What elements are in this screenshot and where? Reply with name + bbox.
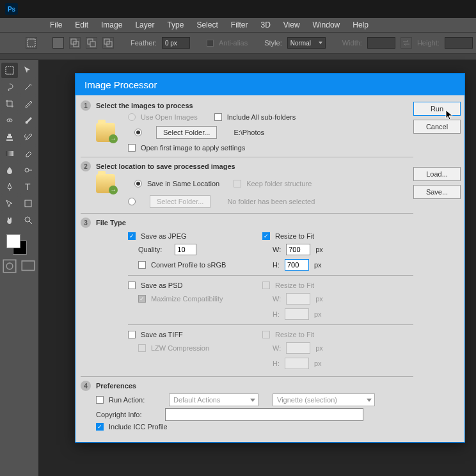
step-4-badge: 4 [81, 381, 91, 391]
load-button[interactable]: Load... [413, 167, 461, 181]
action-select: Vignette (selection) [273, 393, 375, 406]
run-action-checkbox[interactable] [96, 396, 104, 404]
jpeg-w-input[interactable] [286, 244, 310, 255]
icc-checkbox[interactable] [96, 423, 104, 431]
keep-structure-checkbox [234, 180, 241, 187]
lzw-label: LZW Compression [151, 344, 209, 352]
cancel-button[interactable]: Cancel [413, 120, 461, 134]
svg-rect-10 [6, 151, 13, 156]
feather-input[interactable]: 0 px [162, 37, 190, 49]
move-tool-icon[interactable] [20, 63, 36, 78]
quickmask-icon[interactable] [1, 258, 18, 274]
selection-subtract-icon[interactable] [86, 37, 97, 49]
copyright-input[interactable] [165, 408, 363, 421]
eraser-tool-icon[interactable] [20, 146, 36, 161]
menu-layer[interactable]: Layer [129, 20, 161, 29]
antialias-checkbox [207, 40, 214, 47]
save-psd-checkbox[interactable] [128, 282, 136, 289]
same-location-radio[interactable] [134, 180, 142, 187]
select-folder-button[interactable]: Select Folder... [156, 126, 217, 139]
quality-input[interactable] [175, 244, 196, 255]
menu-image[interactable]: Image [95, 20, 129, 29]
dodge-tool-icon[interactable] [20, 163, 36, 178]
save-button[interactable]: Save... [413, 185, 461, 199]
select-dest-radio[interactable] [128, 198, 136, 205]
save-jpeg-label: Save as JPEG [141, 232, 187, 240]
jpeg-resize-checkbox[interactable] [262, 232, 270, 240]
include-subfolders-label: Include All sub-folders [227, 113, 296, 121]
tiff-w-label: W: [273, 344, 281, 352]
copyright-label: Copyright Info: [96, 411, 160, 418]
selection-intersect-icon[interactable] [102, 37, 114, 49]
brush-tool-icon[interactable] [20, 113, 36, 128]
lasso-tool-icon[interactable] [1, 79, 18, 95]
svg-rect-13 [25, 200, 31, 207]
px-label: px [315, 344, 323, 352]
jpeg-h-label: H: [273, 261, 280, 269]
type-tool-icon[interactable]: T [20, 179, 36, 194]
run-button[interactable]: Run [413, 102, 461, 116]
hand-tool-icon[interactable] [1, 212, 18, 228]
save-tiff-checkbox[interactable] [128, 331, 136, 338]
use-open-images-label: Use Open Images [141, 113, 198, 121]
history-brush-icon[interactable] [20, 129, 36, 145]
keep-structure-label: Keep folder structure [246, 180, 312, 187]
pen-tool-icon[interactable] [1, 179, 18, 194]
no-folder-label: No folder has been selected [227, 198, 315, 205]
menu-select[interactable]: Select [190, 20, 224, 29]
svg-text:T: T [25, 182, 31, 192]
marquee-tool-icon[interactable] [26, 37, 37, 49]
stamp-tool-icon[interactable] [1, 129, 18, 145]
crop-tool-icon[interactable] [1, 96, 18, 111]
tab-strip [0, 54, 476, 60]
app-logo: Ps [5, 3, 18, 15]
open-first-checkbox[interactable] [128, 144, 136, 152]
gradient-tool-icon[interactable] [1, 146, 18, 161]
zoom-tool-icon[interactable] [20, 212, 36, 228]
include-subfolders-checkbox[interactable] [214, 113, 222, 121]
svg-rect-7 [6, 67, 13, 74]
same-location-label: Save in Same Location [147, 180, 219, 187]
jpeg-h-input[interactable] [285, 259, 309, 271]
step-3-badge: 3 [81, 218, 91, 228]
menu-view[interactable]: View [277, 20, 306, 29]
menu-file[interactable]: File [44, 20, 68, 29]
color-swatches[interactable] [1, 232, 37, 257]
menu-help[interactable]: Help [346, 20, 375, 29]
shape-tool-icon[interactable] [20, 196, 36, 211]
save-tiff-label: Save as TIFF [141, 331, 183, 338]
canvas-area: Image Processor 1Select the images to pr… [38, 60, 476, 476]
healing-tool-icon[interactable] [1, 113, 18, 128]
foreground-color[interactable] [6, 234, 20, 248]
width-input [367, 37, 395, 49]
save-jpeg-checkbox[interactable] [128, 232, 136, 240]
menu-edit[interactable]: Edit [68, 20, 95, 29]
wand-tool-icon[interactable] [20, 79, 36, 95]
jpeg-resize-label: Resize to Fit [275, 232, 314, 240]
path-select-icon[interactable] [1, 196, 18, 211]
select-folder-radio[interactable] [134, 129, 142, 136]
menu-type[interactable]: Type [161, 20, 190, 29]
eyedropper-tool-icon[interactable] [20, 96, 36, 111]
source-path: E:\Photos [234, 129, 264, 136]
svg-point-14 [25, 217, 30, 222]
srgb-checkbox[interactable] [138, 261, 146, 269]
selection-add-icon[interactable] [69, 37, 81, 49]
svg-point-9 [9, 120, 10, 121]
image-processor-dialog: Image Processor 1Select the images to pr… [75, 73, 465, 443]
height-label: Height: [417, 39, 440, 47]
style-select[interactable]: Normal [287, 37, 326, 49]
use-open-images-radio [128, 113, 136, 121]
px-label: px [314, 261, 322, 269]
menu-3d[interactable]: 3D [254, 20, 276, 29]
menu-filter[interactable]: Filter [225, 20, 255, 29]
selection-new-icon[interactable] [52, 37, 64, 49]
screenmode-icon[interactable] [20, 258, 36, 274]
menu-window[interactable]: Window [306, 20, 347, 29]
section2-title: Select location to save processed images [96, 163, 235, 170]
tiff-resize-label: Resize to Fit [275, 331, 314, 338]
marquee-tool-icon[interactable] [1, 63, 18, 78]
svg-point-16 [6, 263, 13, 269]
blur-tool-icon[interactable] [1, 163, 18, 178]
svg-rect-0 [28, 39, 35, 47]
